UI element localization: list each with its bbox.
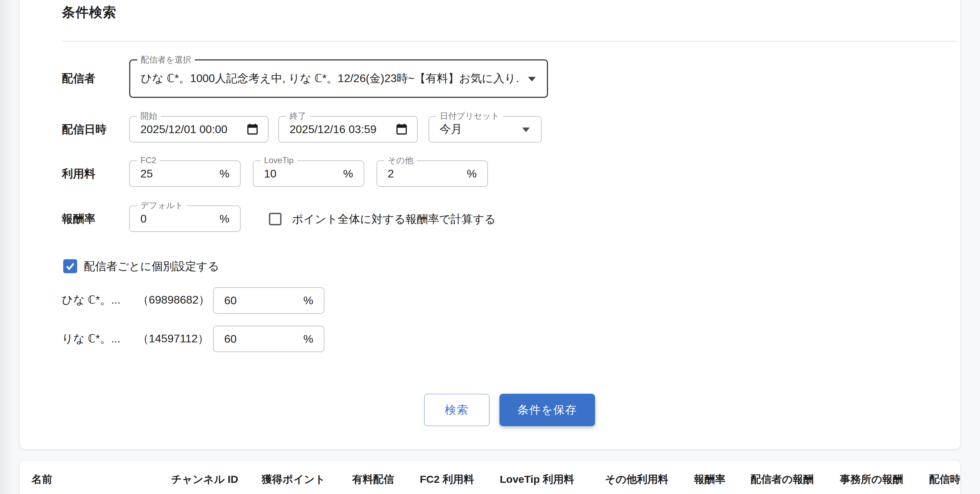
default-reward-input[interactable]: デフォルト 0 % — [129, 206, 241, 232]
default-reward-label: デフォルト — [137, 201, 187, 210]
other-fee-value: 2 — [388, 167, 394, 180]
save-conditions-button[interactable]: 条件を保存 — [500, 394, 595, 426]
chevron-down-icon — [528, 77, 536, 81]
distributor-select-label: 配信者を選択 — [137, 55, 195, 65]
streamer-reward-value: 60 — [224, 294, 237, 307]
other-fee-input[interactable]: その他 2 % — [377, 160, 488, 187]
percent-suffix: % — [220, 212, 229, 225]
streamer-reward-input[interactable]: 60 % — [213, 326, 325, 352]
distributor-select[interactable]: 配信者を選択 ひな ℂ*。1000人記念考え中, りな ℂ*。12/26(金)2… — [129, 59, 548, 98]
search-button[interactable]: 検索 — [424, 394, 490, 426]
page-title: 条件検索 — [62, 3, 116, 21]
percent-suffix: % — [343, 167, 353, 180]
column-header-name: 名前 — [32, 472, 52, 487]
reward-row-label: 報酬率 — [62, 213, 95, 225]
streamer-name: ひな ℂ*。... — [62, 293, 121, 306]
check-icon — [64, 260, 76, 272]
streamer-reward-value: 60 — [224, 333, 237, 346]
column-header-lovetip-fee: LoveTip 利用料 — [500, 472, 574, 487]
percent-suffix: % — [220, 167, 229, 180]
calendar-icon[interactable] — [395, 123, 408, 135]
end-datetime-label: 終了 — [286, 111, 310, 121]
calendar-icon[interactable] — [246, 123, 259, 135]
column-header-paid-stream: 有料配信 — [352, 472, 394, 487]
column-header-streamer-reward: 配信者の報酬 — [751, 472, 814, 487]
total-points-checkbox-label: ポイント全体に対する報酬率で計算する — [292, 212, 496, 226]
search-conditions-card: 条件検索 配信者 配信者を選択 ひな ℂ*。1000人記念考え中, りな ℂ*。… — [20, 0, 960, 449]
date-preset-label: 日付プリセット — [436, 111, 503, 121]
default-reward-value: 0 — [140, 212, 147, 225]
percent-suffix: % — [467, 167, 477, 180]
left-edge-strip — [0, 0, 13, 494]
distributor-row-label: 配信者 — [62, 72, 95, 84]
streamer-id: （14597112） — [138, 332, 209, 345]
column-header-other-fee: その他利用料 — [605, 472, 668, 487]
results-table-card: 名前 チャンネル ID 獲得ポイント 有料配信 FC2 利用料 LoveTip … — [20, 461, 960, 494]
chevron-down-icon — [522, 127, 530, 132]
streamer-name: りな ℂ*。... — [62, 332, 121, 345]
date-preset-value: 今月 — [440, 121, 462, 137]
lovetip-fee-input[interactable]: LoveTip 10 % — [253, 160, 364, 187]
column-header-fc2-fee: FC2 利用料 — [420, 472, 474, 487]
column-header-earned-points: 獲得ポイント — [262, 472, 326, 487]
streamer-id: （69898682） — [138, 293, 210, 306]
end-datetime-value: 2025/12/16 03:59 — [290, 123, 377, 136]
date-preset-select[interactable]: 日付プリセット 今月 — [428, 116, 542, 143]
end-datetime-input[interactable]: 終了 2025/12/16 03:59 — [278, 116, 418, 143]
start-datetime-label: 開始 — [137, 111, 161, 121]
start-datetime-value: 2025/12/01 00:00 — [140, 123, 228, 136]
distributor-select-value: ひな ℂ*。1000人記念考え中, りな ℂ*。12/26(金)23時~【有料】… — [141, 71, 518, 86]
fc2-fee-label: FC2 — [137, 155, 160, 165]
page: 条件検索 配信者 配信者を選択 ひな ℂ*。1000人記念考え中, りな ℂ*。… — [0, 0, 980, 494]
individual-settings-checkbox-label: 配信者ごとに個別設定する — [84, 260, 220, 273]
divider — [62, 41, 957, 41]
individual-settings-checkbox[interactable] — [63, 259, 77, 273]
streamer-reward-input[interactable]: 60 % — [213, 287, 325, 314]
fees-row-label: 利用料 — [62, 168, 95, 180]
column-header-channel-id: チャンネル ID — [171, 472, 238, 487]
percent-suffix: % — [304, 333, 313, 346]
column-header-reward-rate: 報酬率 — [694, 472, 725, 487]
other-fee-label: その他 — [384, 155, 417, 165]
percent-suffix: % — [304, 294, 313, 307]
column-header-office-reward: 事務所の報酬 — [840, 472, 903, 487]
lovetip-fee-value: 10 — [264, 167, 277, 180]
start-datetime-input[interactable]: 開始 2025/12/01 00:00 — [129, 116, 269, 143]
lovetip-fee-label: LoveTip — [261, 155, 297, 165]
fc2-fee-input[interactable]: FC2 25 % — [129, 160, 241, 187]
column-header-stream-time: 配信時間 — [929, 472, 960, 487]
total-points-checkbox[interactable] — [269, 213, 282, 225]
fc2-fee-value: 25 — [140, 167, 153, 180]
datetime-row-label: 配信日時 — [62, 123, 107, 135]
